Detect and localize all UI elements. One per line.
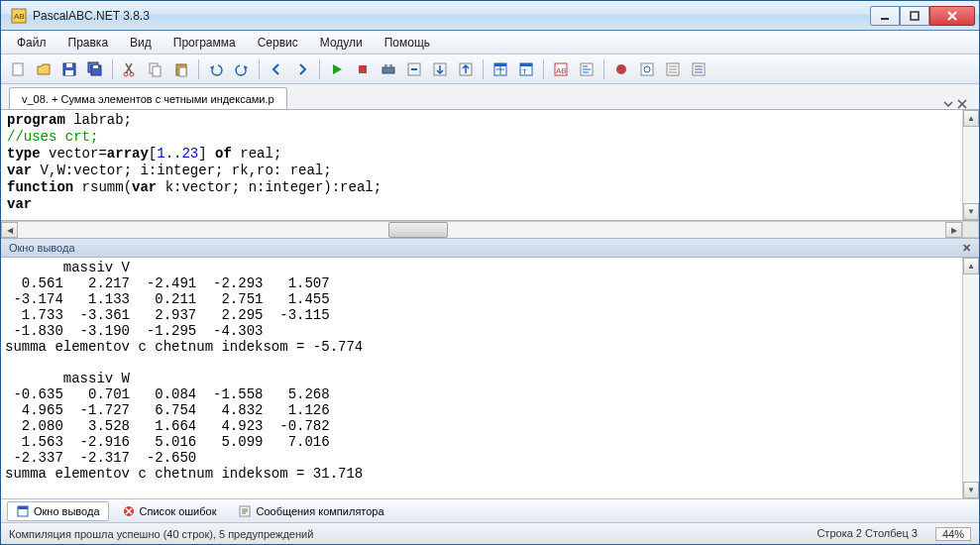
output-vscrollbar[interactable]: ▲ ▼ <box>962 258 979 498</box>
scroll-up-icon[interactable]: ▲ <box>963 110 979 127</box>
errors-tab[interactable]: Список ошибок <box>113 501 226 521</box>
svg-rect-19 <box>384 64 387 67</box>
output-panel-title: Окно вывода <box>9 242 75 254</box>
prev-icon[interactable] <box>266 58 287 80</box>
scroll-down-icon[interactable]: ▼ <box>963 203 979 220</box>
watch-icon[interactable] <box>636 58 658 80</box>
statusbar: Компиляция прошла успешно (40 строк), 5 … <box>1 522 979 544</box>
window-controls <box>870 6 975 26</box>
toolbar-separator <box>603 59 604 79</box>
svg-rect-39 <box>695 71 703 73</box>
toolbar-separator <box>543 59 544 79</box>
svg-rect-37 <box>695 65 703 67</box>
bottom-tabbar: Окно вывода Список ошибок Сообщения комп… <box>1 498 979 522</box>
tab-close-icon[interactable] <box>957 99 967 109</box>
copy-icon[interactable] <box>145 58 166 80</box>
scroll-track[interactable] <box>18 222 945 238</box>
open-file-icon[interactable] <box>33 58 54 80</box>
document-tab[interactable]: v_08. + Сумма элементов с четными индекс… <box>9 87 287 109</box>
code-format-icon[interactable] <box>576 58 598 80</box>
scroll-track[interactable] <box>963 127 979 203</box>
code-editor[interactable]: program labrab; //uses crt; type vector=… <box>1 110 962 220</box>
status-message: Компиляция прошла успешно (40 строк), 5 … <box>9 528 313 540</box>
svg-rect-17 <box>359 65 367 73</box>
svg-rect-20 <box>389 64 392 67</box>
step-out-icon[interactable] <box>455 58 477 80</box>
output-tab-icon <box>16 504 30 518</box>
scroll-right-icon[interactable]: ▶ <box>945 222 962 238</box>
toggle-output-icon[interactable]: T <box>515 58 537 80</box>
step-over-icon[interactable] <box>403 58 425 80</box>
compiler-tab-label: Сообщения компилятора <box>256 505 383 517</box>
toolbar-separator <box>259 59 260 79</box>
compiler-tab-icon <box>238 504 252 518</box>
redo-icon[interactable] <box>231 58 253 80</box>
toolbar-separator <box>112 59 113 79</box>
scroll-left-icon[interactable]: ◀ <box>1 222 18 238</box>
new-file-icon[interactable] <box>7 58 29 80</box>
output-area: massiv V 0.561 2.217 -2.491 -2.293 1.507… <box>1 258 979 498</box>
scroll-track[interactable] <box>963 274 979 482</box>
insert-template-icon[interactable]: AB <box>550 58 572 80</box>
output-close-icon[interactable]: ✕ <box>962 242 971 255</box>
menu-help[interactable]: Помощь <box>375 33 440 53</box>
menu-program[interactable]: Программа <box>163 33 246 53</box>
menu-service[interactable]: Сервис <box>248 33 308 53</box>
svg-text:AB: AB <box>14 12 25 21</box>
window-title: PascalABC.NET 3.8.3 <box>33 9 870 23</box>
svg-rect-3 <box>911 12 919 20</box>
main-window: AB PascalABC.NET 3.8.3 Файл Правка Вид П… <box>0 0 980 545</box>
compiler-tab[interactable]: Сообщения компилятора <box>229 501 392 521</box>
toolbar: T AB <box>1 54 979 84</box>
menu-file[interactable]: Файл <box>7 33 56 53</box>
menu-modules[interactable]: Модули <box>310 33 373 53</box>
titlebar: AB PascalABC.NET 3.8.3 <box>1 1 979 31</box>
output-panel-header: Окно вывода ✕ <box>1 238 979 258</box>
editor-hscrollbar[interactable]: ◀ ▶ <box>1 221 962 238</box>
menu-edit[interactable]: Правка <box>58 33 119 53</box>
run-icon[interactable] <box>326 58 348 80</box>
design-form-icon[interactable] <box>490 58 511 80</box>
maximize-button[interactable] <box>900 6 929 26</box>
toolbar-separator <box>198 59 199 79</box>
svg-rect-10 <box>93 65 98 68</box>
menubar: Файл Правка Вид Программа Сервис Модули … <box>1 31 979 54</box>
compile-icon[interactable] <box>378 58 399 80</box>
breakpoint-icon[interactable] <box>610 58 632 80</box>
tab-label: v_08. + Сумма элементов с четными индекс… <box>22 93 274 105</box>
scroll-thumb[interactable] <box>388 222 448 238</box>
callstack-icon[interactable] <box>688 58 709 80</box>
editor-vscrollbar[interactable]: ▲ ▼ <box>962 110 979 220</box>
svg-rect-33 <box>641 63 653 75</box>
svg-point-32 <box>616 64 626 74</box>
menu-view[interactable]: Вид <box>120 33 162 53</box>
svg-rect-41 <box>18 506 28 509</box>
svg-rect-18 <box>382 67 394 73</box>
output-tab[interactable]: Окно вывода <box>7 501 109 521</box>
svg-rect-38 <box>695 68 703 70</box>
save-icon[interactable] <box>58 58 80 80</box>
svg-rect-6 <box>66 63 72 67</box>
tab-dropdown-icon[interactable] <box>943 99 953 109</box>
close-button[interactable] <box>929 6 975 26</box>
undo-icon[interactable] <box>205 58 227 80</box>
minimize-button[interactable] <box>870 6 900 26</box>
next-icon[interactable] <box>291 58 313 80</box>
locals-icon[interactable] <box>662 58 684 80</box>
paste-icon[interactable] <box>170 58 192 80</box>
cut-icon[interactable] <box>119 58 141 80</box>
step-into-icon[interactable] <box>429 58 451 80</box>
errors-tab-icon <box>122 504 136 518</box>
stop-icon[interactable] <box>352 58 374 80</box>
svg-rect-7 <box>65 70 73 75</box>
toolbar-separator <box>319 59 320 79</box>
scroll-up-icon[interactable]: ▲ <box>963 258 979 274</box>
output-text[interactable]: massiv V 0.561 2.217 -2.491 -2.293 1.507… <box>1 258 962 498</box>
save-all-icon[interactable] <box>84 58 106 80</box>
scroll-corner <box>962 221 979 238</box>
scroll-down-icon[interactable]: ▼ <box>963 482 979 498</box>
output-tab-label: Окно вывода <box>34 505 100 517</box>
toolbar-separator <box>483 59 484 79</box>
tabbar: v_08. + Сумма элементов с четными индекс… <box>1 84 979 110</box>
svg-text:T: T <box>522 67 527 76</box>
